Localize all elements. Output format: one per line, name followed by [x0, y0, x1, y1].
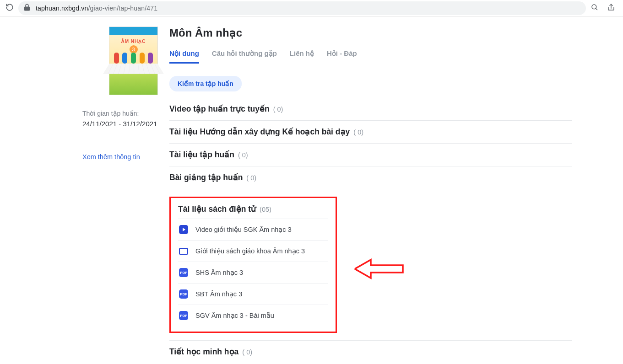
share-icon[interactable]: [607, 3, 615, 13]
check-training-button[interactable]: Kiểm tra tập huấn: [169, 76, 242, 91]
tab-hoi-dap[interactable]: Hỏi - Đáp: [327, 49, 357, 64]
training-time-label: Thời gian tập huấn:: [82, 110, 160, 117]
tab-bar: Nội dung Câu hỏi thường gặp Liên hệ Hỏi …: [169, 49, 572, 64]
ebook-item-sgv[interactable]: PDF SGV Âm nhạc 3 - Bài mẫu: [178, 305, 328, 326]
ebook-item-list: Video giới thiệu SGK Âm nhạc 3 Giới thiệ…: [178, 219, 328, 326]
lock-icon: [23, 3, 31, 13]
tab-lien-he[interactable]: Liên hệ: [290, 49, 314, 64]
screen-icon: [179, 246, 188, 256]
page-title: Môn Âm nhạc: [169, 27, 572, 39]
tab-cau-hoi[interactable]: Câu hỏi thường gặp: [212, 49, 277, 64]
ebook-item-video-intro[interactable]: Video giới thiệu SGK Âm nhạc 3: [178, 219, 328, 240]
ebook-item-sbt[interactable]: PDF SBT Âm nhạc 3: [178, 283, 328, 305]
book-cover[interactable]: ÂM NHẠC 3: [109, 27, 158, 95]
tab-noi-dung[interactable]: Nội dung: [169, 49, 199, 64]
section-training-materials[interactable]: Tài liệu tập huấn ( 0): [169, 150, 572, 160]
pdf-icon: PDF: [179, 311, 188, 320]
video-icon: [179, 225, 188, 234]
zoom-icon[interactable]: [590, 3, 599, 13]
svg-point-0: [592, 5, 596, 9]
pdf-icon: PDF: [179, 268, 188, 277]
section-training-lectures[interactable]: Bài giảng tập huấn ( 0): [169, 173, 572, 182]
browser-toolbar: taphuan.nxbgd.vn/giao-vien/tap-huan/471: [0, 0, 623, 16]
address-bar[interactable]: taphuan.nxbgd.vn/giao-vien/tap-huan/471: [18, 1, 586, 15]
ebook-section-highlight: Tài liệu sách điện tử (05) Video giới th…: [169, 197, 337, 333]
pdf-icon: PDF: [179, 289, 188, 299]
section-video-training[interactable]: Video tập huấn trực tuyến ( 0): [169, 104, 572, 114]
annotation-arrow-icon: [352, 255, 407, 284]
section-ebook-materials[interactable]: Tài liệu sách điện tử (05): [178, 204, 328, 214]
section-lesson-plan-guide[interactable]: Tài liệu Hướng dẫn xây dựng Kế hoạch bài…: [169, 127, 572, 137]
cover-title: ÂM NHẠC: [121, 39, 146, 44]
section-sample-lesson[interactable]: Tiết học minh họa ( 0): [169, 347, 572, 357]
svg-line-1: [596, 8, 597, 10]
more-info-link[interactable]: Xem thêm thông tin: [82, 153, 140, 161]
url-text: taphuan.nxbgd.vn/giao-vien/tap-huan/471: [36, 5, 157, 12]
reload-icon[interactable]: [5, 3, 14, 13]
training-time-value: 24/11/2021 - 31/12/2021: [82, 120, 160, 128]
ebook-item-shs[interactable]: PDF SHS Âm nhạc 3: [178, 262, 328, 283]
ebook-item-textbook-intro[interactable]: Giới thiệu sách giáo khoa Âm nhạc 3: [178, 240, 328, 262]
main-content: Môn Âm nhạc Nội dung Câu hỏi thường gặp …: [169, 27, 581, 364]
sidebar: ÂM NHẠC 3 Thời gian tập huấn: 24/11/2021…: [41, 27, 169, 364]
